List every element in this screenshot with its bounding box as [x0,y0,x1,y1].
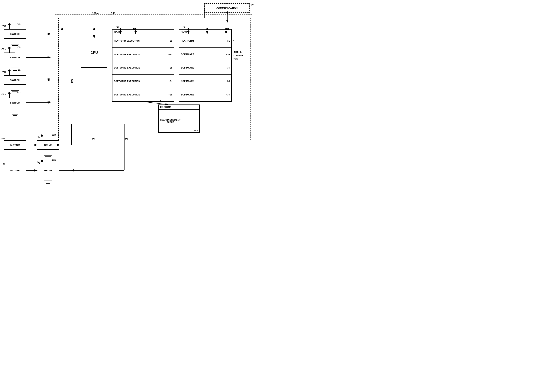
ram-box: RAM PLATFORM EXECUTION ~2a SOFTWARE EXEC… [112,29,174,102]
label-application: APPLI-CATION~3k [234,51,243,61]
label-ref23: ~23 [17,91,20,93]
label-ref12d: ~12D [51,134,56,136]
svg-point-82 [41,135,43,137]
svg-point-70 [8,47,10,49]
motor22-box: MOTOR [4,166,26,175]
motor12-box: MOTOR [4,140,26,150]
label-vcc21: •Vcc [1,71,6,73]
label-101: 101 [250,4,255,7]
cpu-box: CPU [81,38,107,68]
label-p2: P2 [47,56,50,58]
svg-point-78 [8,92,10,94]
label-vcc23: •Vcc [1,93,6,96]
rom-box: ROM PLATFORM ~3a SOFTWARE ~3b SOFTWARE ~… [179,29,232,102]
drive22d-box: DRIVE [37,166,59,175]
label-2: ~2 [116,25,119,28]
label-3: ~3 [183,25,186,28]
label-100: 100 [111,12,115,14]
label-vcc13: •Vcc [1,48,6,51]
label-vb22d: •VB [37,161,40,164]
label-ref11: ~11 [17,23,20,25]
communication-box: COMMUNICATION [204,3,250,13]
label-p1: P1 [47,33,50,36]
svg-point-84 [41,160,43,162]
switch11-box: SWITCH [4,29,26,39]
label-p3: P3 [125,137,128,140]
svg-point-74 [8,70,10,72]
label-ref22: ~22 [1,163,5,165]
label-ref12: ~12 [1,137,5,140]
label-100m: 100m [92,12,99,14]
label-vb12d: •VB [37,135,40,139]
label-vcc11: •Vcc [1,24,6,27]
io-box: I/O [67,38,77,124]
label-ref22d: ~22D [51,159,56,161]
label-4: 4 [71,126,72,128]
eeprom-box: EEPROM REARRANGEMENTTABLE ~5a [158,104,200,133]
label-p4: P4 [92,137,95,140]
switch13-box: SWITCH [4,53,26,62]
label-ref13: ~13 [17,46,20,48]
application-bracket [233,41,234,93]
switch23-box: SWITCH [4,98,26,107]
svg-point-66 [8,23,10,26]
drive12d-box: DRIVE [37,140,59,150]
label-5: ~5 [158,100,161,103]
label-p6: P6 [47,100,50,103]
switch21-box: SWITCH [4,75,26,85]
label-ref21: ~21 [17,69,20,71]
label-p5: P5 [47,78,50,80]
